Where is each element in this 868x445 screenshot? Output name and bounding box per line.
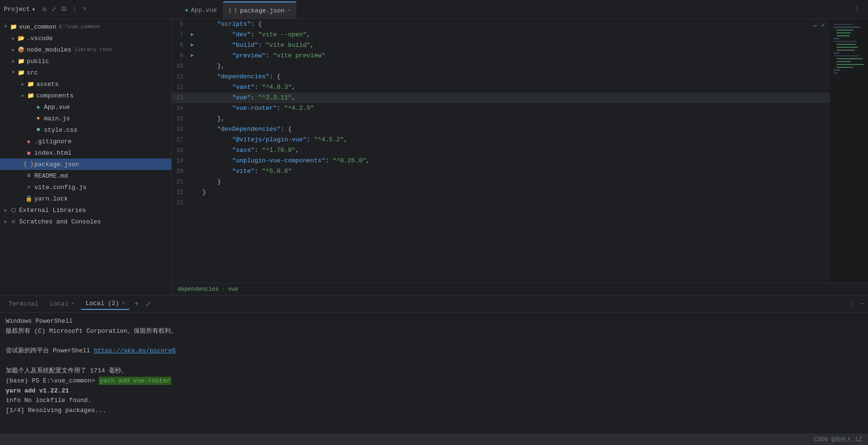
- arrow-scratches: ▶: [2, 218, 10, 225]
- line-number: 11: [172, 72, 191, 82]
- terminal-tab-local-close[interactable]: ×: [71, 301, 74, 307]
- run-button[interactable]: ▶: [191, 30, 199, 40]
- node-modules-tag: library root: [74, 47, 112, 53]
- tab-package-json[interactable]: { } package.json ×: [223, 1, 296, 19]
- more-icon[interactable]: ⋮: [71, 5, 78, 13]
- tree-item-external-libs[interactable]: ▶ ⬡ External Libraries: [0, 204, 171, 216]
- arrow-external-libs: ▶: [2, 206, 10, 214]
- table-row: 12 "vant": "^4.8.3",: [172, 82, 830, 93]
- line-code: "devDependencies": {: [199, 124, 830, 135]
- svg-rect-6: [834, 38, 839, 39]
- close-icon[interactable]: ×: [83, 5, 86, 13]
- table-row: 18 "sass": "^1.70.0",: [172, 145, 830, 156]
- run-button: [191, 187, 199, 198]
- tree-item-app-vue[interactable]: ▶ ◆ App.vue: [0, 101, 171, 113]
- html-file-icon: ◼: [25, 149, 32, 157]
- line-number: 9: [172, 51, 191, 61]
- tree-item-components[interactable]: ▶ 📁 components: [0, 90, 171, 101]
- tree-item-public[interactable]: ▶ 📁 public: [0, 55, 171, 67]
- top-bar-right: ⋮: [854, 5, 864, 13]
- powershell-link[interactable]: https://aka.ms/pscore6: [94, 347, 176, 354]
- term-line-copyright: 版权所有 (C) Microsoft Corporation。保留所有权利。: [6, 327, 862, 337]
- terminal-tab-terminal[interactable]: Terminal: [4, 298, 43, 309]
- run-button: [191, 19, 199, 30]
- tree-item-vscode[interactable]: ▶ 📂 .vscode: [0, 32, 171, 44]
- tree-item-index-html[interactable]: ▶ ◼ index.html: [0, 147, 171, 159]
- svg-rect-16: [837, 67, 853, 68]
- line-number: 7: [172, 30, 191, 40]
- split-icon[interactable]: ⧉: [62, 5, 66, 13]
- tree-item-vue-common[interactable]: ▼ 📁 vue_common E:\vue_common: [0, 21, 171, 32]
- top-bar-icons: ⊙ ⤢ ⧉ ⋮ ×: [42, 5, 86, 13]
- terminal-tab-local2-close[interactable]: ×: [122, 301, 125, 306]
- terminal-content[interactable]: Windows PowerShell 版权所有 (C) Microsoft Co…: [0, 313, 868, 434]
- tree-item-package-json[interactable]: ▶ { } package.json: [0, 159, 171, 170]
- style-css-name: style.css: [44, 127, 77, 134]
- terminal-minimize-icon[interactable]: −: [860, 300, 864, 307]
- breadcrumb-dependencies[interactable]: dependencies: [178, 286, 219, 293]
- run-button: [191, 93, 199, 103]
- vite-file-icon: ⚡: [25, 183, 32, 191]
- tab-close-button[interactable]: ×: [287, 8, 291, 13]
- lock-file-icon: 🔒: [25, 195, 32, 202]
- project-menu[interactable]: Project ▾: [4, 6, 35, 13]
- terminal-tab-terminal-label: Terminal: [9, 300, 38, 307]
- check-icon[interactable]: ✓: [821, 21, 825, 29]
- external-icon[interactable]: ⤢: [51, 5, 57, 13]
- tree-item-gitignore[interactable]: ▶ ◆ .gitignore: [0, 136, 171, 147]
- run-button: [191, 82, 199, 93]
- tree-item-yarn-lock[interactable]: ▶ 🔒 yarn.lock: [0, 193, 171, 204]
- terminal-expand-button[interactable]: ⤢: [144, 300, 153, 308]
- editor-content[interactable]: 6 "scripts": {7▶ "dev": "vite --open",8▶…: [172, 19, 830, 283]
- table-row: 22}: [172, 187, 830, 198]
- run-button[interactable]: ▶: [191, 40, 199, 51]
- line-code: "build": "vite build",: [199, 40, 830, 51]
- components-name: components: [36, 92, 73, 99]
- terminal-tab-local[interactable]: Local ×: [45, 298, 79, 309]
- run-button: [191, 114, 199, 124]
- line-number: 8: [172, 40, 191, 51]
- tree-item-node-modules[interactable]: ▶ 📦 node_modules library root: [0, 44, 171, 55]
- table-row: 11 "dependencies": {: [172, 72, 830, 82]
- vue-icon: ◆: [185, 7, 188, 13]
- app-vue-name: App.vue: [44, 104, 70, 111]
- tree-item-scratches[interactable]: ▶ ⊞ Scratches and Consoles: [0, 216, 171, 227]
- line-number: 18: [172, 145, 191, 156]
- folder-icon-components: 📁: [27, 92, 34, 99]
- tree-item-style-css[interactable]: ▶ ■ style.css: [0, 124, 171, 136]
- tree-item-readme[interactable]: ▶ ≡ README.md: [0, 170, 171, 181]
- terminal-add-tab-button[interactable]: +: [132, 300, 142, 308]
- table-row: 16 "devDependencies": {: [172, 124, 830, 135]
- terminal-more-icon[interactable]: ⋮: [849, 300, 856, 308]
- editor-tabs: ◆ App.vue { } package.json ×: [176, 0, 854, 19]
- tree-item-vite-config[interactable]: ▶ ⚡ vite.config.js: [0, 181, 171, 193]
- run-button: [191, 177, 199, 187]
- tree-item-assets[interactable]: ▶ 📁 assets: [0, 78, 171, 90]
- line-number: 15: [172, 114, 191, 124]
- tab-app-vue[interactable]: ◆ App.vue: [179, 1, 223, 19]
- line-code: "dependencies": {: [199, 72, 830, 82]
- line-code: },: [199, 114, 830, 124]
- breadcrumb-vue[interactable]: vue: [228, 286, 239, 293]
- topbar-more-icon[interactable]: ⋮: [854, 5, 860, 13]
- vue-file-icon: ◆: [34, 103, 42, 111]
- tree-item-src[interactable]: ▼ 📁 src: [0, 67, 171, 78]
- term-line-link: 尝试新的跨平台 PowerShell https://aka.ms/pscore…: [6, 346, 862, 356]
- run-button[interactable]: ▶: [191, 51, 199, 61]
- target-icon[interactable]: ⊙: [42, 5, 46, 13]
- line-number: 20: [172, 166, 191, 177]
- terminal-right-icons: ⋮ −: [849, 300, 864, 308]
- breadcrumb-bar: dependencies › vue: [172, 283, 868, 295]
- arrow-vscode: ▶: [10, 34, 17, 42]
- line-number: 19: [172, 156, 191, 166]
- line-code: "scripts": {: [199, 19, 830, 30]
- table-row: 8▶ "build": "vite build",: [172, 40, 830, 51]
- terminal-tab-local2[interactable]: Local (2) ×: [81, 298, 129, 310]
- edit-icon[interactable]: ✏: [813, 21, 817, 29]
- scratch-icon: ⊞: [10, 218, 17, 225]
- svg-rect-15: [837, 64, 864, 65]
- term-command-highlight: yarn add vue-router: [99, 377, 171, 385]
- run-button: [191, 156, 199, 166]
- tree-item-main-js[interactable]: ▶ ● main.js: [0, 113, 171, 124]
- arrow-vue-common: ▼: [2, 23, 10, 31]
